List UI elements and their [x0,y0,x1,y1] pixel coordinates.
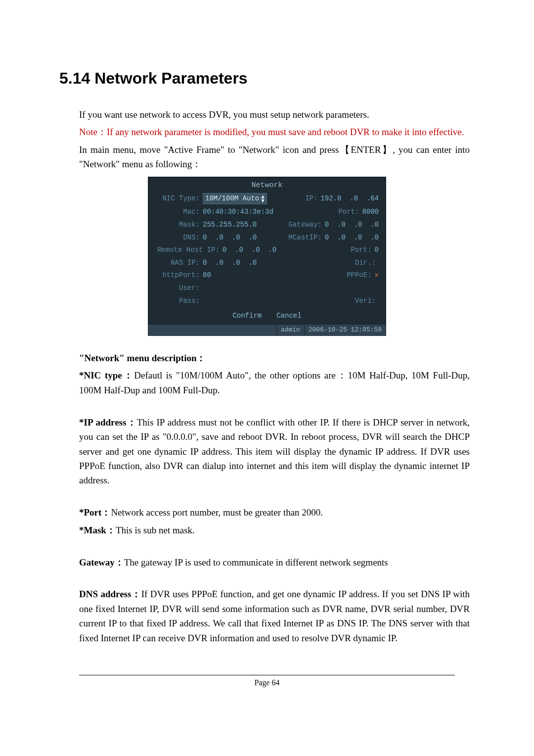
nic-desc-label: *NIC type： [79,370,134,380]
intro-p2: In main menu, move "Active Frame" to "Ne… [79,142,470,172]
gateway-label: Gateway: [286,220,322,230]
http-port-value[interactable]: 80 [203,271,211,281]
gateway-value[interactable]: 0 .0 .0 .0 [325,220,379,230]
dns-label: DNS: [155,233,200,243]
http-port-label: httpPort: [155,271,200,281]
mac-value: 00:40:30:43:3e:3d [203,207,273,217]
port-desc-text: Network access port number, must be grea… [111,507,323,518]
mask-label: Mask: [155,220,200,230]
pppoe-checkbox[interactable]: ✕ [375,271,379,281]
remote-port-label: Port: [342,245,372,255]
port-desc-label: *Port： [79,507,111,518]
dns-desc-label: DNS address： [79,589,141,599]
dir-label: Dir.: [346,258,376,268]
mcast-label: MCastIP: [286,233,322,243]
status-user: admin [276,325,304,335]
veri-label: Veri: [346,296,376,306]
mask-desc-text: This is sub net mask. [116,525,195,535]
nic-type-select[interactable]: 10M/100M Auto ▲▼ [203,193,267,205]
nas-ip-label: NAS IP: [155,258,200,268]
dns-value[interactable]: 0 .0 .0 .0 [203,233,257,243]
nas-ip-value[interactable]: 0 .0 .0 .0 [203,258,257,268]
nic-type-value: 10M/100M Auto [205,194,259,204]
ip-value[interactable]: 192.0 .0 .64 [320,194,379,204]
status-bar: admin 2006-10-25 12:05:59 [148,324,386,335]
desc-heading: "Network" menu description： [79,353,206,363]
mask-value[interactable]: 255.255.255.0 [203,220,257,230]
cancel-button[interactable]: Cancel [276,311,301,321]
page-number: Page 64 [59,678,475,687]
spinner-icon: ▲▼ [261,195,265,203]
gateway-desc-label: Gateway： [79,557,124,567]
dvr-network-menu: Network NIC Type: 10M/100M Auto ▲▼ IP: 1… [148,177,386,336]
remote-host-value[interactable]: 0 .0 .0 .0 [222,245,276,255]
nic-type-label: NIC Type: [155,194,200,204]
dvr-menu-title: Network [148,177,386,191]
nic-desc-text: Defautl is "10M/100M Auto", the other op… [79,370,470,395]
mcast-value[interactable]: 0 .0 .0 .0 [325,233,379,243]
gateway-desc-text: The gateway IP is used to communicate in… [124,557,388,567]
intro-note: Note：If any network parameter is modifie… [79,125,470,139]
intro-p1: If you want use network to access DVR, y… [79,107,470,122]
ip-desc-label: *IP address： [79,417,137,427]
ip-label: IP: [288,194,317,204]
status-timestamp: 2006-10-25 12:05:59 [304,325,386,335]
port-label: Port: [329,207,359,217]
user-label: User: [155,284,200,293]
port-value[interactable]: 8000 [362,207,379,217]
pass-label: Pass: [155,296,200,306]
mac-label: Mac: [155,207,200,217]
remote-host-label: Remote Host IP: [155,245,220,255]
footer-divider [79,675,455,675]
remote-port-value[interactable]: 0 [375,245,379,255]
pppoe-label: PPPoE: [342,271,372,281]
section-heading: 5.14 Network Parameters [59,69,475,88]
ip-desc-text: This IP address must not be conflict wit… [79,417,470,486]
mask-desc-label: *Mask： [79,525,116,535]
confirm-button[interactable]: Confirm [232,311,262,321]
